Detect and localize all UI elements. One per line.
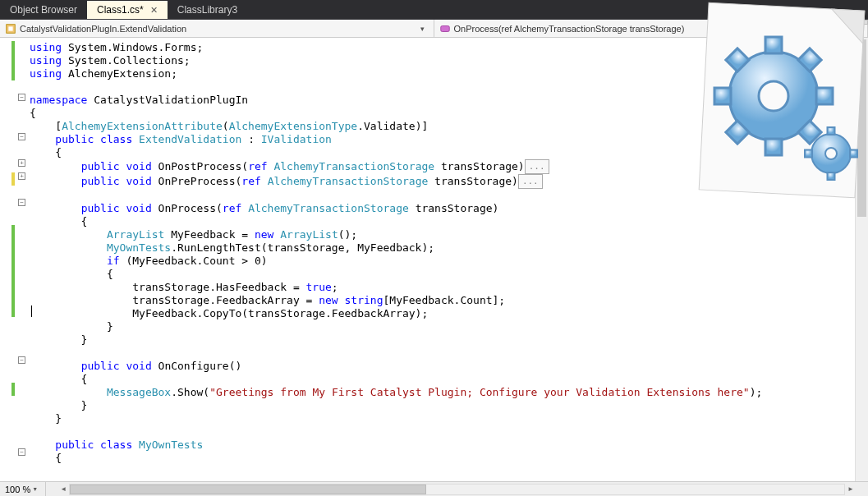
scrollbar-thumb[interactable]	[70, 485, 426, 494]
change-marker	[11, 41, 15, 80]
nav-scope-label: CatalystValidationPlugIn.ExtendValidatio…	[20, 24, 186, 34]
nav-scope-dropdown[interactable]: CatalystValidationPlugIn.ExtendValidatio…	[0, 20, 434, 37]
fold-toggle[interactable]: +	[18, 172, 25, 180]
collapsed-region[interactable]: ...	[518, 174, 543, 189]
class-icon	[5, 23, 16, 34]
editor-gutter: − − + + − − −	[0, 38, 28, 481]
scrollbar-track[interactable]	[69, 484, 845, 495]
fold-toggle[interactable]: +	[18, 159, 25, 167]
navigation-bar: CatalystValidationPlugIn.ExtendValidatio…	[0, 20, 868, 38]
status-bar: 100 % ▼ ◄ ►	[0, 481, 868, 496]
fold-toggle[interactable]: −	[18, 199, 25, 206]
method-icon	[439, 23, 451, 34]
nav-member-label: OnProcess(ref AlchemyTransactionStorage …	[454, 24, 685, 34]
zoom-label: 100 %	[5, 485, 30, 494]
fold-toggle[interactable]: −	[18, 448, 25, 456]
tab-class-library[interactable]: ClassLibrary3	[168, 1, 247, 19]
chevron-down-icon: ▾	[851, 25, 862, 33]
nav-member-dropdown[interactable]: OnProcess(ref AlchemyTransactionStorage …	[434, 20, 869, 37]
svg-rect-1	[8, 26, 12, 30]
scroll-left-arrow-icon[interactable]: ◄	[57, 484, 69, 495]
tab-bar: Object Browser Class1.cs* ✕ ClassLibrary…	[0, 0, 868, 20]
change-marker	[11, 383, 15, 396]
tab-object-browser[interactable]: Object Browser	[0, 1, 87, 19]
fold-toggle[interactable]: −	[18, 133, 25, 140]
svg-rect-2	[440, 25, 449, 31]
scrollbar-thumb[interactable]	[857, 39, 866, 217]
code-editor[interactable]: − − + + − − − using System.Windows.Forms…	[0, 38, 868, 481]
tab-label: Class1.cs*	[97, 4, 144, 16]
fold-toggle[interactable]: −	[18, 356, 25, 364]
tab-class1[interactable]: Class1.cs* ✕	[87, 1, 168, 19]
chevron-down-icon: ▼	[32, 486, 40, 492]
change-marker	[11, 172, 15, 186]
vertical-scrollbar[interactable]	[855, 38, 868, 481]
split-handle[interactable]	[855, 20, 868, 25]
close-icon[interactable]: ✕	[150, 5, 158, 16]
horizontal-scrollbar[interactable]: ◄ ►	[46, 483, 868, 496]
code-content[interactable]: using System.Windows.Forms; using System…	[28, 38, 868, 481]
caret	[31, 305, 32, 317]
fold-toggle[interactable]: −	[18, 94, 25, 101]
zoom-dropdown[interactable]: 100 % ▼	[0, 482, 46, 496]
change-marker	[11, 225, 15, 317]
collapsed-region[interactable]: ...	[525, 159, 549, 174]
scroll-right-arrow-icon[interactable]: ►	[845, 484, 857, 495]
chevron-down-icon: ▾	[417, 25, 429, 33]
